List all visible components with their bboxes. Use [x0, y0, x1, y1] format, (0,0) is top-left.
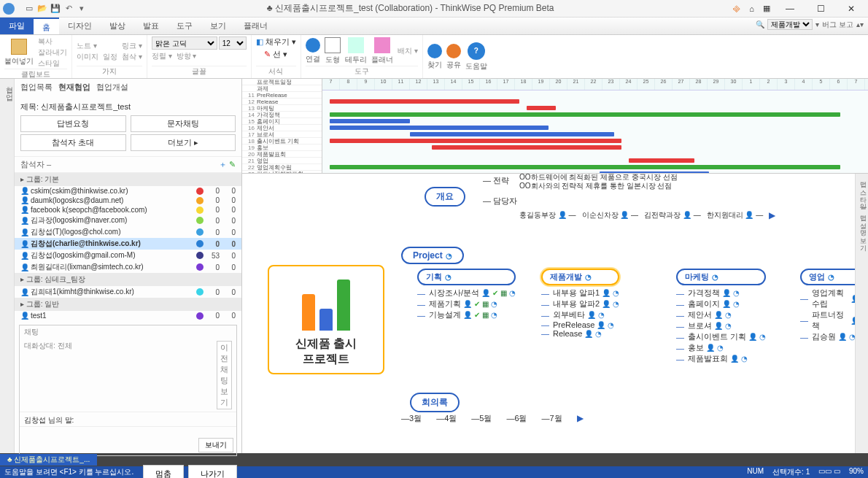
node-project[interactable]: Project◔ [401, 247, 464, 264]
participant-row[interactable]: 👤daumk(logoskcs@daum.net)00 [15, 196, 241, 205]
tab-planner[interactable]: 플래너 [235, 18, 276, 34]
qat-save-icon[interactable]: 💾 [50, 3, 61, 15]
mindmap-leaf[interactable]: 내부용 알파2 👤◔ [541, 298, 619, 309]
tab-present[interactable]: 발표 [134, 18, 168, 34]
exit-button[interactable]: 나가기 [188, 465, 237, 478]
collapse-ribbon-icon[interactable]: ▴▾ [856, 20, 864, 28]
paste-button[interactable]: 붙여넣기 [4, 39, 34, 66]
participant-group[interactable]: ▸ 그룹: 심테크_팀장 [15, 273, 241, 286]
root-node[interactable]: 신제품 출시 프로젝트 [268, 265, 384, 374]
more-button[interactable]: 더보기 ▸ [131, 134, 236, 151]
participant-row[interactable]: 👤test100 [15, 311, 241, 320]
layout-button[interactable]: 배치 ▾ [398, 46, 418, 56]
prev-chat-button[interactable]: 이전 채팅 보기 [217, 341, 232, 409]
participant-row[interactable]: 👤김창섭(charlie@thinkwise.co.kr)00 [15, 238, 241, 250]
mindmap-leaf[interactable]: 제안서 👤◔ [676, 309, 766, 320]
node-overview[interactable]: 개요 [425, 187, 465, 207]
tab-tools[interactable]: 도구 [168, 18, 201, 34]
stop-button[interactable]: 멈춤 [143, 465, 184, 478]
mindmap-leaf[interactable]: 홍보 👤◔ [676, 342, 766, 353]
prev-icon[interactable]: ▾ [815, 20, 819, 28]
sp-tab-current[interactable]: 현재협업 [58, 82, 90, 93]
qat-open-icon[interactable]: 📂 [36, 3, 48, 15]
link-button[interactable]: 링크 ▾ [122, 41, 142, 51]
node-mkt[interactable]: 마케팅◔ [676, 269, 766, 285]
mindmap-leaf[interactable]: PreRelease 👤◔ [541, 320, 619, 329]
node-minutes[interactable]: 회의록 [410, 393, 460, 412]
mindmap-leaf[interactable]: 외부베타 👤◔ [541, 309, 619, 320]
mindmap-leaf[interactable]: 제품기획 👤 ✔▦◔ [417, 298, 516, 309]
edit-participant-icon[interactable]: ✎ [229, 160, 236, 169]
comment-button[interactable]: 첨삭 ▾ [122, 52, 142, 62]
find-button[interactable]: 찾기 [427, 44, 442, 70]
font-name-select[interactable]: 맑은 고딕 [152, 36, 217, 50]
mindmap-leaf[interactable]: 출시이벤트 기획 👤◔ [676, 331, 766, 342]
participant-row[interactable]: 👤김희태1(kimht@thinkwise.co.kr)00 [15, 286, 241, 298]
sp-tab-create[interactable]: 협업개설 [96, 82, 128, 93]
gantt-panel[interactable]: 프로젝트일정과제11PreRelease12Release13마케팅14가격정책… [242, 79, 868, 174]
cut-button[interactable]: 잘라내기 [38, 47, 67, 58]
request-answer-button[interactable]: 답변요청 [20, 115, 126, 132]
side-vertical-tab[interactable]: 협업 [0, 79, 15, 453]
share-button[interactable]: 공유 [446, 44, 461, 70]
home-icon[interactable]: ⌂ [749, 4, 754, 13]
close-button[interactable]: ✕ [840, 1, 862, 16]
font-size-select[interactable]: 12 [219, 36, 247, 50]
align-button[interactable]: 정렬 ▾ [152, 51, 172, 61]
fill-button[interactable]: ◧ 채우기 ▾ [256, 36, 296, 47]
participant-row[interactable]: 👤김창섭(T)(logos@chol.com)00 [15, 226, 241, 238]
right-vertical-tabs[interactable]: 맵 스타일 | 맵 설명 보기 [855, 174, 868, 453]
mindmap-leaf[interactable]: Release 👤◔ [541, 329, 619, 338]
text-chat-button[interactable]: 문자채팅 [131, 115, 236, 132]
mindmap-leaf[interactable]: 가격정책 👤◔ [676, 288, 766, 298]
mindmap-leaf[interactable]: 홈페이지 👤◔ [676, 298, 766, 309]
note-button[interactable]: 노트 ▾ [77, 41, 117, 51]
mindmap-canvas[interactable]: 개요 — 전략 OO하드웨어에 최적화된 제품으로 중국시장 선점 OO회사와의… [242, 174, 868, 453]
participant-row[interactable]: 👤cskim(cskim@thinkwise.co.kr)00 [15, 186, 241, 196]
copy-button[interactable]: 복사 [38, 36, 67, 47]
line-button[interactable]: ✎ 선 ▾ [264, 49, 287, 60]
planner-button[interactable]: 플래너 [371, 37, 393, 65]
search-combo[interactable]: 제품개발 [767, 19, 813, 30]
qat-redo-icon[interactable]: ▾ [76, 3, 88, 15]
participant-row[interactable]: 👤김창섭(logoskim@gmail.com-M)530 [15, 250, 241, 261]
tab-view[interactable]: 보기 [201, 18, 235, 34]
participant-row[interactable]: 👤facebook k(seopch@facebook.com)00 [15, 205, 241, 215]
tab-idea[interactable]: 발상 [101, 18, 134, 34]
mindmap-leaf[interactable]: 기능설계 👤 ✔▦◔ [417, 309, 516, 320]
image-button[interactable]: 이미지 [77, 52, 98, 62]
chat-input[interactable]: 보내기 [20, 426, 236, 455]
add-participant-icon[interactable]: ＋ [219, 160, 227, 169]
document-tab[interactable]: ♣ 신제품출시프로젝트_... [0, 454, 97, 466]
status-zoom[interactable]: 90% [849, 467, 864, 477]
schedule-button[interactable]: 일정 [103, 52, 117, 62]
help-button[interactable]: ?도움말 [465, 42, 487, 72]
mindmap-leaf[interactable]: 제품발표회 👤◔ [676, 353, 766, 364]
style-button[interactable]: 스타일 [38, 58, 67, 69]
mindmap-leaf[interactable]: 브로셔 👤◔ [676, 320, 766, 331]
minimize-button[interactable]: — [779, 1, 801, 16]
participant-row[interactable]: 👤김과장(logoskim@naver.com)00 [15, 215, 241, 226]
shape-button[interactable]: 도형 [325, 37, 341, 65]
bug-report-link[interactable]: 버그 보고 [822, 20, 853, 30]
magnify-icon[interactable]: 🔍 [756, 20, 764, 28]
participant-group[interactable]: ▸ 그룹: 일반 [15, 298, 241, 311]
send-button[interactable]: 보내기 [198, 438, 233, 452]
tab-home[interactable]: 홈 [34, 18, 59, 34]
grid-icon[interactable]: ▦ [763, 4, 770, 13]
participant-group[interactable]: ▸ 그룹: 기본 [15, 173, 241, 186]
connect-button[interactable]: 연결 [306, 38, 320, 64]
file-tab[interactable]: 파일 [0, 18, 34, 34]
tab-design[interactable]: 디자인 [59, 18, 101, 34]
sp-tab-list[interactable]: 협업목록 [20, 82, 53, 93]
mindmap-leaf[interactable]: 시장조사/분석 👤 ✔▦◔ [417, 288, 516, 298]
participant-row[interactable]: 👤최원길대리(lixman@simtech.co.kr)00 [15, 261, 241, 273]
border-button[interactable]: 테두리 [345, 37, 367, 65]
node-dev[interactable]: 제품개발◔ [541, 269, 619, 285]
direction-button[interactable]: 방향 ▾ [177, 51, 197, 61]
qat-new-icon[interactable]: ▭ [23, 3, 35, 15]
invite-button[interactable]: 참석자 초대 [20, 134, 126, 151]
maximize-button[interactable]: ☐ [810, 1, 832, 16]
qat-undo-icon[interactable]: ↶ [63, 3, 74, 15]
node-plan[interactable]: 기획◔ [417, 269, 516, 285]
